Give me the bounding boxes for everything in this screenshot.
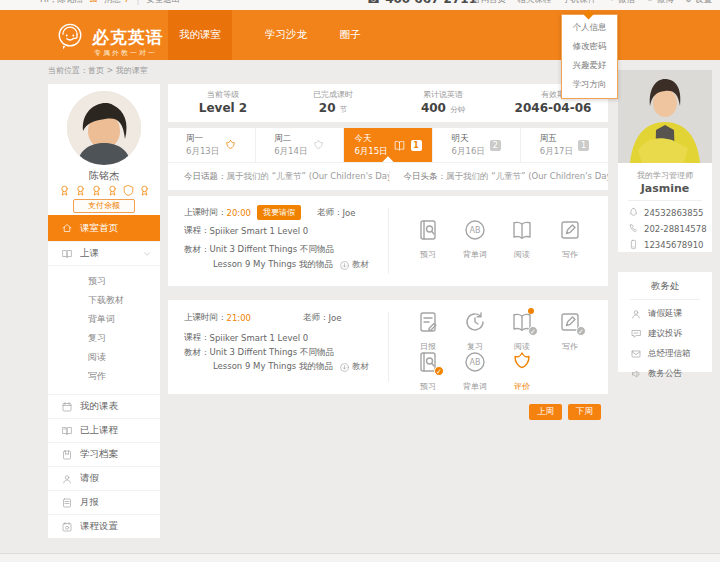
sidebar-subitem-preview[interactable]: 预习 — [48, 272, 160, 291]
day-tab-monday[interactable]: 周一6月13日 — [168, 128, 256, 162]
book-icon — [61, 425, 73, 437]
action-daily-report[interactable]: 日报 — [403, 310, 453, 352]
menu-item-interests[interactable]: 兴趣爱好 — [562, 56, 617, 75]
person-icon — [630, 308, 642, 320]
download-material-link[interactable]: 教材 — [339, 361, 369, 373]
sidebar-subitem-vocabulary[interactable]: 背单词 — [48, 310, 160, 329]
phone-icon — [628, 223, 639, 234]
sidebar-item-finished-courses[interactable]: 已上课程 — [48, 418, 160, 442]
divider — [630, 299, 700, 300]
preview-icon — [416, 218, 440, 242]
action-preview[interactable]: ✓ 预习 — [403, 350, 453, 392]
sidebar-item-classroom-home[interactable]: 课室首页 — [48, 215, 160, 241]
footer-strip — [0, 553, 720, 562]
hotline-number: 400 667 2711 — [385, 0, 477, 6]
writing-icon — [558, 218, 582, 242]
settings-link[interactable]: ⚙ 设置 — [685, 0, 712, 6]
sidebar-item-course-settings[interactable]: 课程设置 — [48, 514, 160, 538]
action-writing[interactable]: 写作 — [545, 218, 595, 260]
medal-icon — [74, 184, 87, 197]
action-evaluate[interactable]: 评价 — [497, 350, 547, 392]
action-writing[interactable]: ✓ 写作 — [545, 310, 595, 352]
sidebar-item-my-timetable[interactable]: 我的课表 — [48, 394, 160, 418]
flower-icon — [224, 139, 237, 152]
ab-vocabulary-icon: AB — [463, 350, 487, 374]
nav-tab-study-salon[interactable]: 学习沙龙 — [250, 10, 322, 60]
link-site-home[interactable]: 官网首页 — [472, 0, 506, 6]
office-item-announcements[interactable]: 教务公告 — [630, 368, 712, 380]
sidebar-item-monthly-report[interactable]: 月报 — [48, 490, 160, 514]
divider — [388, 208, 389, 274]
open-book-icon — [61, 248, 73, 260]
link-related-courses[interactable]: 相关课程 — [517, 0, 551, 6]
sidebar-menu: 课室首页 上课 预习 下载教材 背单词 复习 阅读 写作 我的课表 已上课程 学… — [48, 215, 160, 538]
today-topic: 今日话题：属于我们的 “儿童节” (Our Children's Day ) — [168, 171, 389, 183]
nav-tab-my-classroom[interactable]: 我的课室 — [168, 10, 232, 60]
mobile-icon — [628, 239, 639, 250]
new-dot-badge — [528, 308, 534, 314]
advisor-mobile-contact: 12345678910 — [628, 239, 712, 250]
message-count: 7 — [124, 0, 129, 4]
action-preview[interactable]: 预习 — [403, 218, 453, 260]
office-item-leave-postpone[interactable]: 请假延课 — [630, 308, 712, 320]
lesson-time-row: 上课时间：21:00 老师：Joe — [184, 312, 341, 324]
sidebar-subitem-reading[interactable]: 阅读 — [48, 348, 160, 367]
action-vocabulary[interactable]: AB 背单词 — [450, 350, 500, 392]
nav-tab-circle[interactable]: 圈子 — [330, 10, 370, 60]
lesson-material-row2: Lesson 9 My Things 我的物品 教材 — [184, 361, 369, 373]
sidebar-item-study-archive[interactable]: 学习档案 — [48, 442, 160, 466]
advisor-title: 我的学习管理师 — [618, 163, 712, 181]
stat-completed-lessons: 已完成课时 20 节 — [278, 84, 388, 122]
next-week-button[interactable]: 下周 — [568, 404, 601, 420]
pay-balance-button[interactable]: 支付余额 — [73, 199, 135, 213]
advisor-photo — [618, 70, 712, 163]
sidebar-item-lessons[interactable]: 上课 — [48, 241, 160, 265]
achievement-badges — [48, 184, 160, 197]
archive-icon — [61, 449, 73, 461]
weibo-link[interactable]: 微博 — [646, 0, 674, 6]
day-tab-tuesday[interactable]: 周二6月14日 — [256, 128, 344, 162]
office-item-gm-mailbox[interactable]: 总经理信箱 — [630, 348, 712, 360]
day-tab-today[interactable]: 今天6月15日 1 — [344, 128, 432, 162]
action-review[interactable]: 复习 — [450, 310, 500, 352]
settings-dropdown: 个人信息 修改密码 兴趣爱好 学习方向 — [561, 14, 618, 99]
wechat-link[interactable]: 微信 — [607, 0, 635, 6]
previous-week-button[interactable]: 上周 — [529, 404, 562, 420]
lesson-card-1: 上课时间：20:00 我要请假 老师：Joe 课程：Spiiker Smart … — [168, 196, 608, 286]
breadcrumb: 当前位置：首页 > 我的课室 — [48, 65, 148, 76]
lesson-count-badge: 2 — [490, 140, 501, 151]
action-reading[interactable]: 阅读 — [497, 218, 547, 260]
logout-link[interactable]: 安全退出 — [146, 0, 180, 6]
lesson-material-row: 教材：Unit 3 Diffent Things 不同物品 — [184, 244, 334, 256]
day-tab-tomorrow[interactable]: 明天6月16日 2 — [433, 128, 521, 162]
today-headline: 今日头条：属于我们的 “儿童节” (Our Children's Day ) — [389, 171, 609, 183]
message-icon[interactable]: ✉ — [90, 0, 98, 5]
review-clock-icon — [463, 310, 487, 334]
office-item-suggestions-complaints[interactable]: 建议投诉 — [630, 328, 712, 340]
day-tab-friday[interactable]: 周五6月17日 1 — [521, 128, 608, 162]
sidebar-subitem-download-material[interactable]: 下载教材 — [48, 291, 160, 310]
flower-icon — [312, 139, 325, 152]
menu-item-study-direction[interactable]: 学习方向 — [562, 75, 617, 94]
sidebar-subitem-review[interactable]: 复习 — [48, 329, 160, 348]
student-name: 陈铭杰 — [48, 169, 160, 183]
menu-item-personal-info[interactable]: 个人信息 — [562, 18, 617, 37]
book-icon — [393, 139, 406, 152]
action-reading[interactable]: ✓ 阅读 — [497, 310, 547, 352]
medal-icon — [138, 184, 151, 197]
menu-item-change-password[interactable]: 修改密码 — [562, 37, 617, 56]
download-material-link[interactable]: 教材 — [339, 259, 369, 271]
brand-logo-icon — [55, 21, 85, 51]
ask-leave-button[interactable]: 我要请假 — [257, 205, 301, 220]
sidebar-item-leave[interactable]: 请假 — [48, 466, 160, 490]
advisor-qq-contact: 24532863855 — [628, 207, 712, 218]
link-mobile-app[interactable]: 手机课件 — [562, 0, 596, 6]
greeting: Hi，陈铭杰 — [40, 0, 83, 6]
sidebar-subitem-writing[interactable]: 写作 — [48, 367, 160, 386]
action-vocabulary[interactable]: AB 背单词 — [450, 218, 500, 260]
messages-link[interactable]: 消息 7 — [104, 0, 129, 6]
reading-book-icon — [510, 218, 534, 242]
download-icon — [339, 362, 350, 373]
qq-icon — [628, 207, 639, 218]
download-icon — [339, 260, 350, 271]
